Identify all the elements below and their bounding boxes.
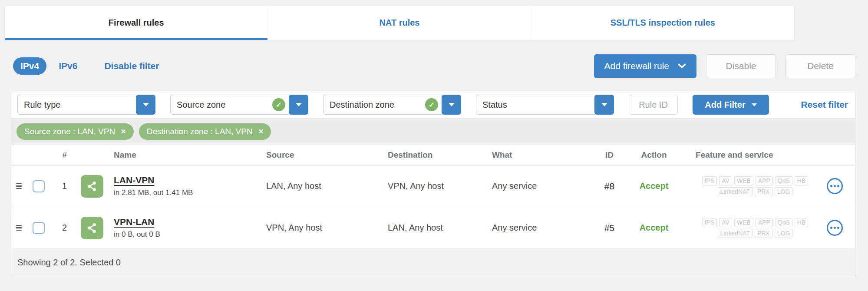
add-filter-button[interactable]: Add Filter (693, 95, 769, 115)
header-source: Source (261, 150, 383, 160)
header-name: Name (79, 150, 261, 160)
share-icon (81, 175, 103, 198)
table-footer: Showing 2 of 2. Selected 0 (11, 249, 855, 276)
caret-down-icon (449, 103, 455, 106)
share-icon (81, 217, 103, 239)
action-toolbar: IPv4 IPv6 Disable filter Add firewall ru… (13, 54, 855, 78)
active-filter-tags: Source zone : LAN, VPN ✕ Destination zon… (11, 118, 855, 145)
rule-id: #8 (591, 181, 628, 192)
drag-handle-icon[interactable] (16, 183, 22, 189)
caret-down-icon (143, 103, 149, 106)
feature-badge-web: WEB (734, 218, 753, 227)
feature-badge-av: AV (719, 218, 732, 227)
row-select-checkbox[interactable] (33, 180, 45, 192)
rule-destination: VPN, Any host (383, 181, 487, 191)
rule-name-link[interactable]: VPN-LAN (114, 217, 154, 227)
rule-name-block: LAN-VPN in 2.81 MB, out 1.41 MB (114, 175, 193, 197)
source-zone-dropdown-button[interactable] (289, 95, 308, 115)
feature-badge-av: AV (719, 176, 732, 185)
tab-ssl-tls-inspection-rules[interactable]: SSL/TLS inspection rules (531, 6, 794, 40)
feature-badge-log: LOG (775, 229, 793, 238)
reset-filter-link[interactable]: Reset filter (801, 99, 849, 110)
source-zone-dropdown[interactable]: Source zone ✓ (170, 95, 308, 115)
table-row: 1 LAN-VPN in 2.81 MB, out 1.41 MB LAN, A… (11, 165, 855, 207)
disable-filter-link[interactable]: Disable filter (104, 61, 159, 71)
feature-badge-app: APP (756, 176, 773, 185)
destination-zone-dropdown-label: Destination zone (323, 95, 425, 114)
row-menu-ellipsis-icon[interactable] (827, 220, 843, 236)
feature-badges: IPS AV WEB APP QoS HB LinkedNAT PRX LOG (680, 176, 815, 196)
feature-badge-linkednat: LinkedNAT (718, 229, 752, 238)
feature-badge-web: WEB (734, 176, 753, 185)
feature-badge-prx: PRX (755, 187, 772, 196)
rule-destination: LAN, Any host (383, 223, 487, 233)
firewall-rules-panel: Rule type Source zone ✓ Destination zone… (11, 91, 855, 276)
filter-tag-label: Source zone : LAN, VPN (24, 127, 115, 136)
row-select-checkbox[interactable] (33, 222, 45, 234)
rule-name-cell: VPN-LAN in 0 B, out 0 B (79, 217, 261, 239)
rule-action: Accept (628, 181, 680, 191)
rule-traffic: in 0 B, out 0 B (114, 230, 160, 239)
add-firewall-rule-label: Add firewall rule (604, 61, 669, 71)
header-destination: Destination (383, 150, 487, 160)
header-feature-and-service: Feature and service (680, 150, 815, 160)
add-firewall-rule-button[interactable]: Add firewall rule (594, 54, 696, 78)
close-icon[interactable]: ✕ (121, 128, 126, 136)
tab-firewall-rules[interactable]: Firewall rules (5, 6, 267, 40)
rule-what: Any service (487, 223, 591, 233)
ipv6-toggle[interactable]: IPv6 (59, 61, 77, 71)
feature-badge-qos: QoS (775, 176, 792, 185)
feature-badge-ips: IPS (702, 218, 717, 227)
chevron-down-icon (678, 63, 686, 69)
rule-source: LAN, Any host (261, 181, 383, 191)
caret-down-icon (752, 103, 757, 106)
caret-down-icon (601, 103, 607, 106)
feature-badge-hb: HB (795, 176, 808, 185)
row-menu-ellipsis-icon[interactable] (827, 178, 843, 194)
rule-what: Any service (487, 181, 591, 191)
delete-button[interactable]: Delete (785, 54, 855, 78)
status-dropdown-label: Status (476, 95, 595, 114)
feature-badge-app: APP (756, 218, 773, 227)
filter-tag-source-zone[interactable]: Source zone : LAN, VPN ✕ (17, 123, 134, 140)
row-number: 1 (50, 181, 79, 191)
rule-name-cell: LAN-VPN in 2.81 MB, out 1.41 MB (79, 175, 261, 198)
rule-traffic: in 2.81 MB, out 1.41 MB (114, 188, 193, 197)
rule-type-dropdown-label: Rule type (18, 95, 136, 114)
filter-applied-check-icon: ✓ (425, 98, 438, 111)
table-header-row: # Name Source Destination What ID Action… (11, 145, 855, 165)
status-dropdown[interactable]: Status (476, 95, 614, 115)
feature-badge-linkednat: LinkedNAT (718, 187, 752, 196)
status-dropdown-button[interactable] (594, 95, 614, 115)
rule-id: #5 (591, 223, 628, 233)
feature-badge-log: LOG (775, 187, 793, 196)
caret-down-icon (296, 103, 302, 106)
rule-action: Accept (628, 223, 680, 233)
close-icon[interactable]: ✕ (258, 128, 264, 136)
destination-zone-dropdown-button[interactable] (442, 95, 461, 115)
header-number: # (50, 150, 79, 160)
tab-nat-rules[interactable]: NAT rules (267, 6, 531, 40)
ipv4-toggle[interactable]: IPv4 (13, 57, 46, 75)
header-action: Action (628, 150, 680, 160)
rule-source: VPN, Any host (261, 223, 383, 233)
rule-name-link[interactable]: LAN-VPN (114, 175, 154, 185)
feature-badge-prx: PRX (755, 229, 772, 238)
rule-type-dropdown[interactable]: Rule type (17, 95, 155, 115)
filter-tag-destination-zone[interactable]: Destination zone : LAN, VPN ✕ (139, 123, 271, 140)
source-zone-dropdown-label: Source zone (171, 95, 272, 114)
feature-badge-qos: QoS (775, 218, 792, 227)
feature-badges: IPS AV WEB APP QoS HB LinkedNAT PRX LOG (680, 218, 815, 238)
rule-type-dropdown-button[interactable] (136, 95, 155, 115)
rule-name-block: VPN-LAN in 0 B, out 0 B (114, 217, 160, 239)
rule-category-tabs: Firewall rules NAT rules SSL/TLS inspect… (4, 5, 795, 40)
destination-zone-dropdown[interactable]: Destination zone ✓ (323, 95, 461, 115)
row-number: 2 (50, 223, 79, 233)
header-what: What (487, 150, 591, 160)
feature-badge-ips: IPS (702, 176, 717, 185)
drag-handle-icon[interactable] (16, 225, 22, 231)
table-footer-status: Showing 2 of 2. Selected 0 (17, 258, 121, 268)
disable-button[interactable]: Disable (706, 54, 776, 78)
filter-bar: Rule type Source zone ✓ Destination zone… (11, 91, 855, 118)
rule-id-input[interactable] (629, 95, 678, 115)
